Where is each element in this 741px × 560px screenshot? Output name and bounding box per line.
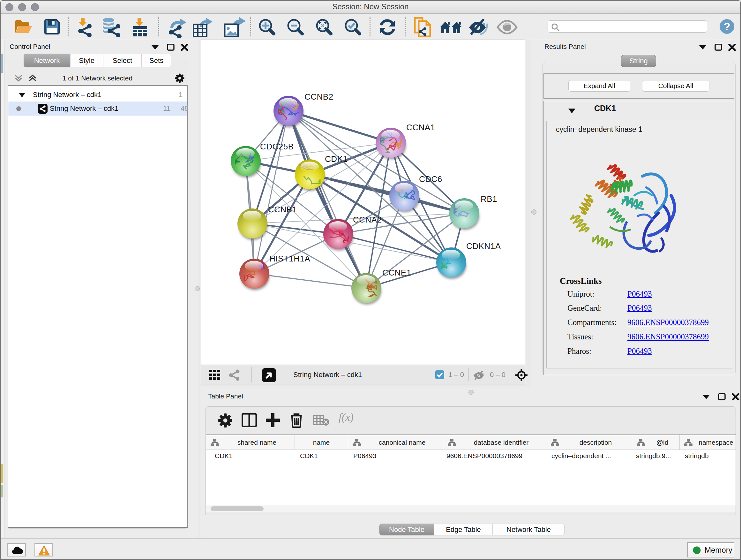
svg-text:?: ? [724,20,731,33]
svg-text:HIST1H1A: HIST1H1A [269,254,310,263]
svg-text:CDC6: CDC6 [419,174,442,184]
svg-text:CCNB2: CCNB2 [305,92,333,102]
svg-text:CCNA1: CCNA1 [406,123,435,132]
svg-text:CCNA2: CCNA2 [353,215,382,225]
svg-text:CCNE1: CCNE1 [382,268,411,277]
svg-text:CCNB1: CCNB1 [268,205,297,214]
svg-text:RB1: RB1 [481,194,497,204]
svg-text:CDC25B: CDC25B [260,142,294,151]
svg-text:CDK1: CDK1 [325,154,347,164]
svg-text:CDKN1A: CDKN1A [466,241,501,251]
